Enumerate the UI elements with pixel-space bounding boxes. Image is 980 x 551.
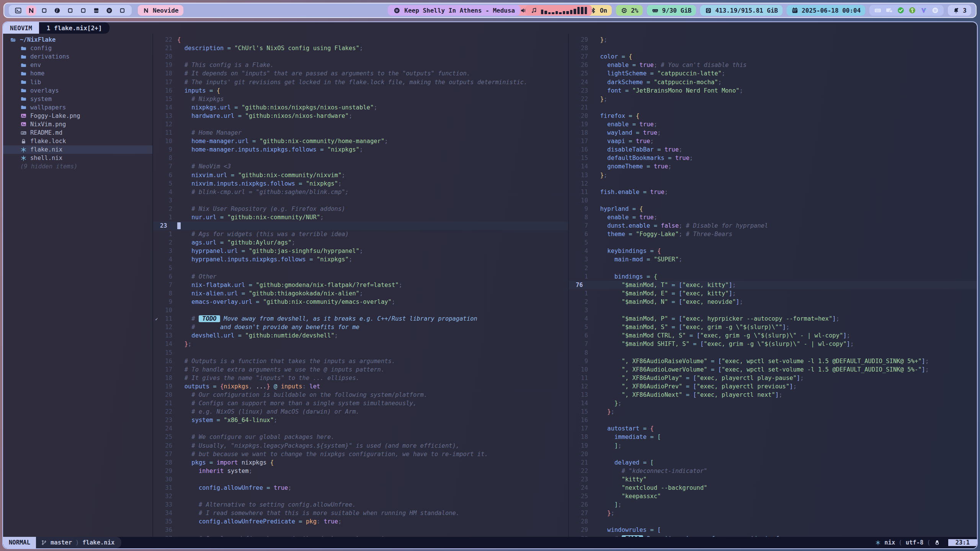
code-line[interactable]: 15 defaultBookmarks = true; [569,154,977,162]
code-line[interactable]: 4 hyprpanel.inputs.nixpkgs.follows = "ni… [153,255,568,264]
code-line[interactable]: 5 [153,264,568,272]
code-line[interactable]: 31 config.allowUnfree = true; [153,484,568,492]
code-line[interactable]: 10 home-manager.url = "github:nix-commun… [153,137,568,145]
window-icon[interactable] [119,7,126,14]
code-line[interactable]: 20 firefox = { [569,112,977,120]
code-line[interactable]: 10 [153,306,568,315]
code-line[interactable]: 15 }; [569,408,977,416]
code-line[interactable]: 19 # This config is a Flake. [153,61,568,69]
neovide-icon[interactable] [28,7,35,14]
tree-item-home[interactable]: home [3,69,152,78]
code-line[interactable]: 27 }; [569,509,977,517]
code-line[interactable]: 9 ", XF86AudioRaiseVolume" = ["exec, wpc… [569,357,977,365]
code-line[interactable]: 7 dunst.enable = false; # Disable for hy… [569,222,977,230]
code-line[interactable]: 16 [569,416,977,424]
code-line[interactable]: 23 system = "x86_64-linux"; [153,416,568,424]
code-line[interactable]: 23 font = "JetBrainsMono Nerd Font Mono"… [569,86,977,95]
code-line[interactable]: 28 pkgs = import nixpkgs { [153,458,568,467]
code-line[interactable]: 21 # Configs can support more than a sin… [153,399,568,408]
code-line[interactable]: 21 [569,103,977,112]
code-line[interactable]: 24 [153,424,568,433]
code-line[interactable]: 7 "$mainMod SHIFT, S" = ["exec, grim -g … [569,340,977,348]
code-line[interactable]: 22{ [153,36,568,44]
code-line[interactable]: 36 [153,526,568,534]
vesktop-tray-icon[interactable] [920,7,928,14]
code-line[interactable]: 5 [569,238,977,247]
code-line[interactable]: 17 vaapi = true; [569,137,977,145]
code-line[interactable]: 7 # NeoVim <3 [153,162,568,171]
code-line[interactable]: 19 outputs = {nixpkgs, ...} @ inputs: le… [153,382,568,391]
code-line[interactable]: 18 # It depends on "inputs" that are pas… [153,69,568,78]
code-line[interactable]: 22 # "kdeconnect-indicator" [569,467,977,475]
code-line[interactable]: 19 ]; [569,442,977,450]
tree-item--nixflake[interactable]: ~/NixFlake [3,36,152,44]
code-line[interactable]: 1 "$mainMod, E" = ["exec, kitty"]; [569,289,977,298]
window-icon[interactable] [41,7,48,14]
code-line[interactable]: 15 # Nixpkgs [153,95,568,103]
librewolf-icon[interactable] [54,7,61,14]
tree-item-shell.nix[interactable]: shell.nix [3,154,152,162]
code-line[interactable]: 21 delayed = [ [569,458,977,467]
code-line[interactable]: 29 }; [569,36,977,44]
code-line[interactable]: 2 [569,264,977,272]
screenshot-tray-icon[interactable] [885,7,893,14]
code-line[interactable]: 21 description = "ChUrl's NixOS config u… [153,44,568,52]
disk-pill[interactable]: 413.19/915.81 GiB [700,5,782,16]
code-line[interactable]: 11 # Home Manager [153,129,568,137]
terminal-icon[interactable] [15,7,22,14]
code-line[interactable]: 3 [153,196,568,205]
code-line[interactable]: 6 theme = "Foggy-Lake"; # Three-Bears [569,230,977,238]
code-line[interactable]: 13 devshell.url = "github:numtide/devshe… [153,331,568,340]
code-line[interactable]: 28 [569,44,977,52]
code-line[interactable]: 20 [153,52,568,61]
code-line[interactable]: 34 # I read somewhere that this is more … [153,509,568,517]
code-line[interactable]: 15 [153,348,568,357]
tab-flake-nix[interactable]: 1 flake.nix[2+] [39,22,110,34]
code-line[interactable]: 4 # blink-cmp.url = "github:saghen/blink… [153,188,568,196]
spotify-tray-icon[interactable] [931,7,939,14]
code-line[interactable]: 17 autostart = { [569,424,977,433]
code-line[interactable]: 6 nixvim.url = "github:nix-community/nix… [153,171,568,179]
cpu-pill[interactable]: 2% [616,5,643,16]
code-line[interactable]: 18 wayland = true; [569,129,977,137]
tree-item-readme.md[interactable]: README.md [3,129,152,137]
system-tray-pill[interactable] [869,5,944,16]
code-line[interactable]: 14 nixpkgs.url = "github:nixos/nixpkgs/n… [153,103,568,112]
tree-item-system[interactable]: system [3,95,152,103]
code-line[interactable]: 19 enable = true; [569,120,977,129]
code-line[interactable]: 26 ]; [569,500,977,509]
code-line[interactable]: 5 "$mainMod, S" = ["exec, grim -g \"$(sl… [569,323,977,331]
code-line[interactable]: 29 inherit system; [153,467,568,475]
code-line[interactable]: 11 fish.enable = true; [569,188,977,196]
code-line[interactable]: 9 emacs-overlay.url = "github:nix-commun… [153,298,568,306]
code-line[interactable]: 28 [569,517,977,526]
code-line[interactable]: 12 [153,120,568,129]
code-line[interactable]: 8 [569,348,977,357]
files-icon[interactable] [93,7,100,14]
code-line[interactable]: 4 keybindings = { [569,247,977,255]
code-line[interactable]: 9 hyprland = { [569,205,977,213]
code-line[interactable]: 25 lightScheme = "catppuccin-latte"; [569,69,977,78]
code-line[interactable]: 9 home-manager.inputs.nixpkgs.follows = … [153,145,568,154]
code-line-current[interactable]: 76 "$mainMod, T" = ["exec, kitty"]; [569,281,977,289]
code-line[interactable]: 22 # e.g. NixOS (linux) and MacOS (darwi… [153,408,568,416]
code-line[interactable]: 7 nix-flatpak.url = "github:gmodena/nix-… [153,281,568,289]
spotify-icon[interactable] [106,7,113,14]
code-line[interactable]: 32 [153,492,568,500]
code-line[interactable]: 1 # Ags for widgets (this was a terrible… [153,230,568,238]
code-line[interactable]: 5 nixvim.inputs.nixpkgs.follows = "nixpk… [153,179,568,188]
code-line[interactable]: 26 enable = true; # You can't disable th… [569,61,977,69]
tree-item-flake.nix[interactable]: flake.nix [3,145,152,154]
code-line[interactable]: 27 color = { [569,52,977,61]
code-line[interactable]: 3 hyprpanel.url = "github:jas-singhfsu/h… [153,247,568,255]
code-line[interactable]: 8 [153,154,568,162]
code-line[interactable]: 13 ", XF86AudioNext" = ["exec, playerctl… [569,391,977,399]
code-line[interactable]: 3 [569,306,977,315]
code-line[interactable]: 2 ags.url = "github:Aylur/ags"; [153,238,568,247]
code-line[interactable]: 16 disableTabBar = true; [569,145,977,154]
code-line[interactable]: 6 "$mainMod CTRL, S" = ["exec, grim -g \… [569,331,977,340]
now-playing-pill[interactable]: Keep Shelly In Athens - Medusa [388,5,520,16]
code-line[interactable]: 2 "$mainMod, N" = ["exec, neovide"]; [569,298,977,306]
code-line[interactable]: 3 main-mod = "SUPER"; [569,255,977,264]
code-line[interactable]: 1 bindings = { [569,272,977,281]
